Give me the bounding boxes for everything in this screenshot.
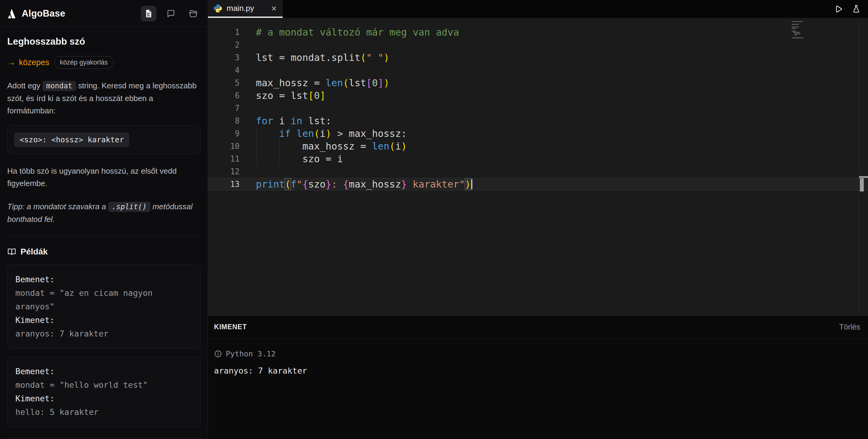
app-name: AlgoBase: [22, 8, 65, 19]
sidebar-header: AlgoBase: [0, 0, 208, 27]
format-code-block: <szo>: <hossz> karakter: [7, 125, 200, 154]
chat-button[interactable]: [163, 6, 179, 21]
brand: AlgoBase: [7, 8, 65, 19]
problem-tip: Tipp: a mondatot szavakra a .split() met…: [7, 201, 200, 226]
line-number: 4: [208, 66, 240, 75]
line-number: 10: [208, 142, 240, 151]
python-icon: [213, 4, 222, 13]
line-number: 9: [208, 129, 240, 138]
code-line[interactable]: 9 if len(i) > max_hossz:: [208, 127, 868, 140]
input-value: mondat = "az en cicam nagyon aranyos": [16, 286, 192, 313]
code-line[interactable]: 1# a mondat változó már meg van adva: [208, 26, 868, 38]
program-output: aranyos: 7 karakter: [214, 366, 862, 375]
code-line[interactable]: 11 szo = i: [208, 152, 868, 165]
code-line[interactable]: 5max_hossz = len(lst[0]): [208, 77, 868, 89]
output-label: Kimenet:: [16, 313, 192, 327]
code-line[interactable]: 2: [208, 38, 868, 51]
code-editor[interactable]: 1# a mondat változó már meg van adva23ls…: [208, 18, 868, 315]
line-number: 3: [208, 53, 240, 62]
line-number: 12: [208, 167, 240, 176]
scrollbar-thumb[interactable]: [860, 178, 864, 192]
inline-code-mondat: mondat: [42, 81, 76, 91]
output-panel: KIMENET Törlés Python 3.12 aranyos: 7 ka…: [208, 315, 868, 439]
category-badge: közép gyakorlás: [54, 56, 114, 69]
document-icon: [144, 9, 153, 18]
line-number: 8: [208, 116, 240, 125]
input-label: Bemenet:: [16, 272, 192, 286]
minimap[interactable]: [792, 21, 815, 39]
input-value: mondat = "hello world test": [16, 378, 192, 392]
output-value: aranyos: 7 karakter: [16, 327, 192, 341]
runtime-label: Python 3.12: [226, 349, 276, 358]
book-open-icon: [7, 247, 16, 256]
code-line[interactable]: 12: [208, 165, 868, 178]
examples-heading: Példák: [7, 247, 200, 257]
line-number: 7: [208, 104, 240, 113]
line-number: 2: [208, 40, 240, 50]
line-number: 1: [208, 28, 240, 37]
line-number: 5: [208, 78, 240, 87]
line-number: 13: [208, 180, 240, 189]
tab-bar: main.py: [208, 0, 868, 18]
problem-note: Ha több szó is ugyanolyan hosszú, az els…: [7, 165, 200, 189]
output-value: hello: 5 karakter: [16, 405, 192, 419]
output-label: Kimenet:: [16, 392, 192, 405]
runtime-row: Python 3.12: [214, 349, 862, 358]
editor-area: main.py 1# a mondat változó már meg: [208, 0, 868, 439]
format-code: <szo>: <hossz> karakter: [14, 133, 129, 147]
info-icon: [214, 350, 222, 358]
example-card: Bemenet: mondat = "hello world test" Kim…: [7, 356, 200, 427]
problem-title: Leghosszabb szó: [7, 36, 200, 47]
tip-text: Tipp: a mondatot szavakra a: [7, 202, 108, 211]
text-cursor: [471, 179, 472, 189]
run-button[interactable]: [834, 4, 843, 13]
code-line[interactable]: 3lst = mondat.split(" "): [208, 51, 868, 64]
examples-heading-label: Példák: [21, 247, 48, 257]
tab-label: main.py: [227, 4, 254, 13]
divider: [7, 438, 200, 438]
code-line[interactable]: 7: [208, 102, 868, 115]
close-icon[interactable]: [271, 5, 277, 12]
chat-bubble-icon: [166, 9, 176, 18]
files-button[interactable]: [185, 6, 201, 21]
tab-main-py[interactable]: main.py: [208, 0, 283, 18]
description-view-button[interactable]: [141, 6, 156, 21]
difficulty: → közepes: [7, 58, 50, 67]
code-line[interactable]: 8for i in lst:: [208, 115, 868, 127]
code-line[interactable]: 6szo = lst[0]: [208, 89, 868, 102]
input-label: Bemenet:: [16, 364, 192, 378]
code-line[interactable]: 4: [208, 64, 868, 77]
difficulty-label: közepes: [19, 58, 50, 67]
code-line[interactable]: 10 max_hossz = len(i): [208, 140, 868, 152]
divider: [7, 236, 200, 237]
problem-sidebar: AlgoBase: [0, 0, 208, 439]
example-card: Bemenet: mondat = "az en cicam nagyon ar…: [7, 264, 200, 349]
arrow-right-icon: →: [7, 58, 16, 67]
description-text: Adott egy: [7, 81, 42, 90]
problem-description: Adott egy mondat string. Keresd meg a le…: [7, 80, 200, 117]
inline-code-split: .split(): [108, 202, 150, 212]
overview-ruler-cursor-mark: [859, 176, 868, 178]
algobase-logo-icon: [7, 8, 18, 19]
clear-output-button[interactable]: Törlés: [839, 323, 860, 331]
folder-open-icon: [189, 9, 198, 18]
code-line[interactable]: 13print(f"{szo}: {max_hossz} karakter"): [208, 178, 868, 191]
output-panel-title: KIMENET: [214, 323, 247, 331]
line-number: 11: [208, 154, 240, 164]
line-number: 6: [208, 91, 240, 100]
scrollbar-separator: [859, 18, 859, 315]
test-flask-button[interactable]: [852, 4, 861, 13]
